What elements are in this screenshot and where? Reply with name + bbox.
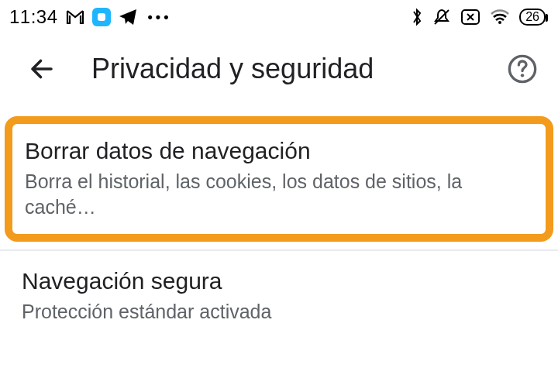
- status-left: 11:34 •••: [9, 6, 171, 28]
- svg-line-0: [435, 10, 449, 24]
- app-bar: Privacidad y seguridad: [0, 34, 558, 102]
- status-time: 11:34: [9, 6, 58, 28]
- app-indicator-icon: [92, 8, 111, 26]
- mute-icon: [432, 8, 451, 26]
- item-subtitle: Borra el historial, las cookies, los dat…: [25, 169, 533, 220]
- safe-browsing-item[interactable]: Navegación segura Protección estándar ac…: [0, 251, 558, 339]
- back-icon[interactable]: [28, 55, 56, 83]
- bluetooth-icon: [411, 7, 423, 27]
- telegram-icon: [119, 9, 137, 26]
- item-subtitle: Protección estándar activada: [22, 299, 536, 325]
- help-icon[interactable]: [507, 53, 538, 84]
- battery-percent: 26: [525, 10, 539, 24]
- item-title: Borrar datos de navegación: [25, 138, 533, 164]
- page-title: Privacidad y seguridad: [91, 53, 507, 85]
- wifi-icon: [490, 9, 510, 26]
- item-title: Navegación segura: [22, 268, 536, 294]
- status-more-icon: •••: [145, 9, 172, 26]
- battery-indicator: 26: [519, 9, 546, 26]
- clear-browsing-data-item[interactable]: Borrar datos de navegación Borra el hist…: [5, 116, 553, 242]
- no-sim-icon: [460, 9, 480, 26]
- svg-point-4: [498, 21, 501, 24]
- svg-point-6: [521, 74, 524, 77]
- status-bar: 11:34 •••: [0, 0, 558, 34]
- status-right: 26: [411, 7, 546, 27]
- gmail-icon: [66, 9, 84, 25]
